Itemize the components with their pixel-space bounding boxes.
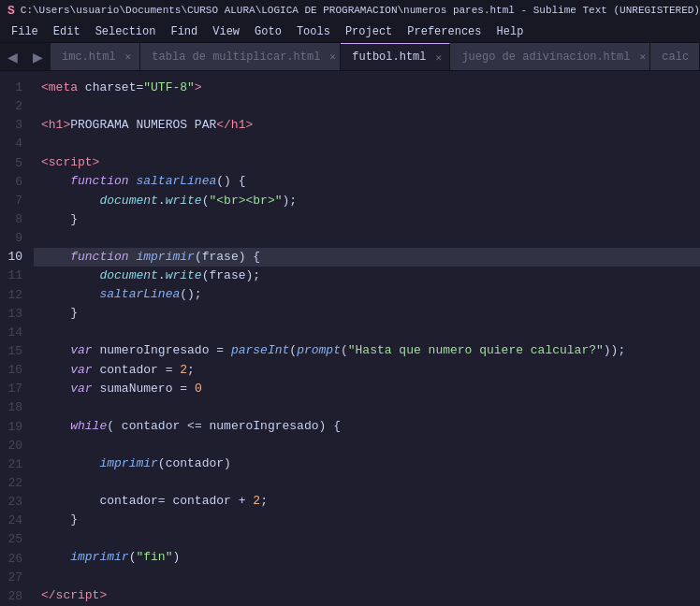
line-num: 22 — [7, 474, 22, 493]
code-line-6: function saltarLinea() { — [34, 172, 700, 191]
line-num: 3 — [7, 116, 22, 135]
title-bar: S C:\Users\usuario\Documents\CURSO ALURA… — [0, 0, 700, 21]
code-line-22 — [34, 473, 700, 492]
menu-help[interactable]: Help — [489, 22, 532, 41]
line-num: 2 — [7, 97, 22, 116]
code-line-25 — [34, 529, 700, 548]
menu-tools[interactable]: Tools — [289, 22, 338, 41]
code-line-19: while( contador <= numeroIngresado) { — [34, 417, 700, 436]
code-line-3: <h1>PROGRAMA NUMEROS PAR</h1> — [34, 116, 700, 135]
line-num: 20 — [7, 437, 22, 455]
tab-futbol[interactable]: futbol.html ✕ — [341, 43, 450, 70]
code-line-20 — [34, 436, 700, 454]
line-num: 4 — [7, 135, 22, 153]
line-num: 10 — [7, 248, 22, 267]
line-num: 19 — [7, 418, 22, 437]
line-num: 6 — [7, 173, 22, 192]
line-num: 9 — [7, 229, 22, 248]
code-line-11: document.write(frase); — [34, 267, 700, 285]
code-line-16: var contador = 2; — [34, 361, 700, 380]
code-line-12: saltarLinea(); — [34, 285, 700, 304]
tab-calc[interactable]: calc — [650, 43, 700, 70]
menu-edit[interactable]: Edit — [46, 22, 88, 41]
line-num: 16 — [7, 361, 22, 380]
menu-bar: File Edit Selection Find View Goto Tools… — [0, 21, 700, 43]
code-line-14 — [34, 323, 700, 341]
editor: 1 2 3 4 5 6 7 8 9 10 11 12 13 14 15 16 1… — [0, 71, 700, 606]
tab-adivinacion[interactable]: juego de adivinacion.html ✕ — [450, 43, 650, 70]
code-line-26: imprimir("fin") — [34, 548, 700, 567]
code-line-10: function imprimir(frase) { — [34, 248, 700, 267]
line-num: 17 — [7, 380, 22, 398]
code-area[interactable]: <meta charset="UTF-8"> <h1>PROGRAMA NUME… — [34, 71, 700, 606]
line-num: 12 — [7, 286, 22, 305]
code-line-7: document.write("<br><br>"); — [34, 192, 700, 210]
menu-file[interactable]: File — [4, 22, 46, 41]
code-line-1: <meta charset="UTF-8"> — [34, 79, 700, 97]
menu-find[interactable]: Find — [163, 22, 205, 41]
code-line-24: } — [34, 511, 700, 529]
tab-adivinacion-close[interactable]: ✕ — [639, 50, 646, 63]
code-line-27 — [34, 568, 700, 586]
line-num: 26 — [7, 550, 22, 569]
line-num: 11 — [7, 267, 22, 285]
title-text: C:\Users\usuario\Documents\CURSO ALURA\L… — [21, 5, 700, 16]
nav-forward-button[interactable]: ▶ — [25, 43, 51, 70]
code-line-15: var numeroIngresado = parseInt(prompt("H… — [34, 341, 700, 360]
code-line-2 — [34, 97, 700, 116]
line-num: 25 — [7, 530, 22, 549]
line-num: 5 — [7, 154, 22, 173]
code-line-4 — [34, 135, 700, 153]
nav-back-button[interactable]: ◀ — [0, 43, 25, 70]
tab-bar: ◀ ▶ imc.html ✕ tabla de multiplicar.html… — [0, 43, 700, 71]
menu-view[interactable]: View — [205, 22, 247, 41]
line-numbers: 1 2 3 4 5 6 7 8 9 10 11 12 13 14 15 16 1… — [0, 71, 34, 606]
code-line-21: imprimir(contador) — [34, 454, 700, 473]
tab-imc[interactable]: imc.html ✕ — [51, 43, 140, 70]
tab-calc-label: calc — [662, 50, 689, 64]
line-num: 14 — [7, 324, 22, 342]
tab-futbol-close[interactable]: ✕ — [436, 51, 443, 64]
line-num: 21 — [7, 455, 22, 474]
tab-multiplicar-close[interactable]: ✕ — [329, 50, 336, 63]
menu-selection[interactable]: Selection — [88, 22, 164, 41]
code-line-28: </script> — [34, 586, 700, 605]
code-line-8: } — [34, 210, 700, 229]
menu-preferences[interactable]: Preferences — [400, 22, 489, 41]
code-line-23: contador= contador + 2; — [34, 492, 700, 511]
line-num: 18 — [7, 398, 22, 417]
line-num: 1 — [7, 79, 22, 97]
tab-adivinacion-label: juego de adivinacion.html — [461, 50, 630, 64]
tab-multiplicar[interactable]: tabla de multiplicar.html ✕ — [140, 43, 341, 70]
line-num: 23 — [7, 493, 22, 512]
code-line-9 — [34, 229, 700, 248]
code-line-18 — [34, 398, 700, 417]
app-logo: S — [7, 4, 15, 18]
code-line-5: <script> — [34, 153, 700, 172]
menu-project[interactable]: Project — [338, 22, 400, 41]
code-line-13: } — [34, 304, 700, 323]
line-num: 8 — [7, 210, 22, 229]
line-num: 7 — [7, 192, 22, 210]
line-num: 13 — [7, 305, 22, 324]
code-line-17: var sumaNumero = 0 — [34, 380, 700, 398]
tab-imc-label: imc.html — [62, 50, 116, 64]
line-num: 15 — [7, 342, 22, 361]
line-num: 24 — [7, 512, 22, 530]
tab-imc-close[interactable]: ✕ — [125, 50, 132, 63]
tab-multiplicar-label: tabla de multiplicar.html — [152, 50, 320, 64]
line-num: 28 — [7, 587, 22, 606]
line-num: 27 — [7, 569, 22, 587]
menu-goto[interactable]: Goto — [247, 22, 289, 41]
tab-futbol-label: futbol.html — [352, 50, 426, 64]
